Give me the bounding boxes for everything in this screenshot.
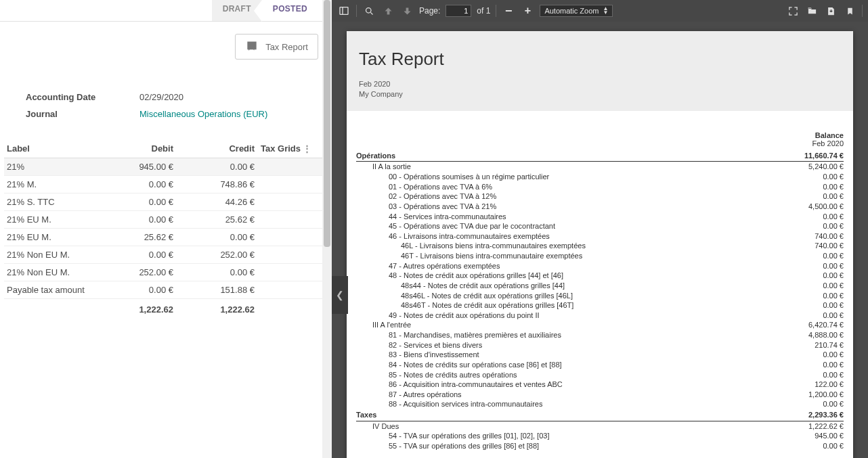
scrollbar-thumb[interactable] <box>324 0 330 247</box>
table-row[interactable]: 21% S. TTC0.00 €44.26 € <box>4 193 328 211</box>
prev-page-icon[interactable] <box>381 4 395 18</box>
report-line: III A l'entrée6,420.74 € <box>356 320 844 330</box>
line-value: 0.00 € <box>817 311 844 321</box>
bookmark-icon[interactable] <box>843 4 856 18</box>
line-label: 44 - Services intra-communautaires <box>389 212 506 222</box>
header-credit[interactable]: Credit <box>173 143 255 154</box>
tax-report-button[interactable]: Tax Report <box>235 34 318 60</box>
zoom-in-icon[interactable]: + <box>521 4 534 18</box>
doc-header: Tax Report Feb 2020 My Company <box>347 31 853 111</box>
report-line: Opérations11,660.74 € <box>356 151 844 162</box>
line-value: 4,888.00 € <box>803 330 844 340</box>
report-line: 54 - TVA sur opérations des grilles [01]… <box>356 431 844 441</box>
cell-debit: 0.00 € <box>92 250 173 260</box>
journal-value[interactable]: Miscellaneous Operations (EUR) <box>139 109 267 119</box>
svg-rect-0 <box>340 7 348 15</box>
balance-period: Feb 2020 <box>347 139 844 147</box>
report-line: 48s44 - Notes de crédit aux opérations g… <box>356 281 844 291</box>
chevron-left-icon: ❮ <box>336 290 344 300</box>
report-line: 82 - Services et biens divers210.74 € <box>356 340 844 350</box>
search-icon[interactable] <box>362 4 376 18</box>
table-row[interactable]: 21% EU M.25.62 €0.00 € <box>4 229 328 246</box>
line-value: 0.00 € <box>817 350 844 360</box>
cell-debit: 0.00 € <box>92 285 173 295</box>
grid-header: Label Debit Credit Tax Grids ⋮ <box>4 139 328 158</box>
table-row[interactable]: 21% EU M.0.00 €25.62 € <box>4 211 328 229</box>
download-icon[interactable] <box>824 4 838 18</box>
table-row[interactable]: 21% Non EU M.252.00 €0.00 € <box>4 264 328 281</box>
zoom-select[interactable]: Automatic Zoom ▲▼ <box>540 5 613 17</box>
line-label: II A la sortie <box>372 162 411 172</box>
line-label: 45 - Opérations avec TVA due par le coco… <box>389 221 555 231</box>
accounting-date-label: Accounting Date <box>26 92 139 102</box>
book-icon <box>245 40 259 53</box>
pdf-panel: Page: of 1 − + Automatic Zoom ▲▼ Tax Rep… <box>332 0 868 458</box>
tab-posted[interactable]: POSTED <box>262 0 318 21</box>
cell-debit: 0.00 € <box>92 179 173 189</box>
cell-taxgrids <box>255 232 302 242</box>
cell-taxgrids <box>255 179 302 189</box>
report-line: 83 - Biens d'investissement0.00 € <box>356 350 844 360</box>
cell-taxgrids <box>255 197 302 207</box>
header-taxgrids[interactable]: Tax Grids <box>255 143 302 154</box>
line-label: 54 - TVA sur opérations des grilles [01]… <box>389 431 549 441</box>
zoom-out-icon[interactable]: − <box>502 4 515 18</box>
report-line: 88 - Acquisition services intra-communau… <box>356 399 844 409</box>
table-row[interactable]: Payable tax amount0.00 €151.88 € <box>4 281 328 299</box>
kebab-icon[interactable]: ⋮ <box>302 143 311 154</box>
total-credit: 1,222.62 <box>173 304 255 315</box>
cell-debit: 945.00 € <box>92 162 173 172</box>
cell-label: 21% Non EU M. <box>4 250 92 260</box>
cell-credit: 151.88 € <box>173 285 255 295</box>
report-line: 55 - TVA sur opérations des grilles [86]… <box>356 441 844 451</box>
total-debit: 1,222.62 <box>92 304 173 315</box>
zoom-value: Automatic Zoom <box>544 7 599 15</box>
accounting-date-value: 02/29/2020 <box>139 92 183 102</box>
report-line: 48s46T - Notes de crédit aux opérations … <box>356 300 844 311</box>
table-row[interactable]: 21% Non EU M.0.00 €252.00 € <box>4 246 328 264</box>
report-line: 84 - Notes de crédits sur opérations cas… <box>356 360 844 370</box>
report-line: II A la sortie5,240.00 € <box>356 162 844 172</box>
cell-label: Payable tax amount <box>4 285 92 295</box>
balance-label: Balance <box>347 131 844 139</box>
line-value: 0.00 € <box>817 291 844 301</box>
tax-report-label: Tax Report <box>265 42 308 52</box>
report-line: 03 - Opérations avec TVA à 21%4,500.00 € <box>356 202 844 212</box>
report-line: 81 - Marchandises, matières premières et… <box>356 330 844 340</box>
pdf-page: Tax Report Feb 2020 My Company Balance F… <box>347 31 853 458</box>
svg-line-3 <box>370 12 372 14</box>
cell-taxgrids <box>255 250 302 260</box>
doc-company: My Company <box>359 89 841 99</box>
cell-label: 21% M. <box>4 179 92 189</box>
line-value: 11,660.74 € <box>799 151 844 161</box>
cell-label: 21% Non EU M. <box>4 267 92 277</box>
line-label: IV Dues <box>372 421 399 432</box>
pdf-viewport[interactable]: Tax Report Feb 2020 My Company Balance F… <box>332 22 868 458</box>
table-row[interactable]: 21%945.00 €0.00 € <box>4 158 328 176</box>
line-label: 46 - Livraisons intra-communautaires exe… <box>389 231 550 242</box>
journal-items-grid: Label Debit Credit Tax Grids ⋮ 21%945.00… <box>0 139 332 325</box>
cell-credit: 44.26 € <box>173 197 255 207</box>
report-line: 01 - Opérations avec TVA à 6%0.00 € <box>356 182 844 192</box>
line-label: 81 - Marchandises, matières premières et… <box>389 330 561 340</box>
pdf-toolbar: Page: of 1 − + Automatic Zoom ▲▼ <box>332 0 868 22</box>
table-row[interactable]: 21% M.0.00 €748.86 € <box>4 176 328 193</box>
line-value: 0.00 € <box>817 251 844 261</box>
fullscreen-icon[interactable] <box>786 4 800 18</box>
scrollbar[interactable] <box>322 0 332 458</box>
chevron-updown-icon: ▲▼ <box>603 7 608 14</box>
line-label: 84 - Notes de crédits sur opérations cas… <box>389 360 562 370</box>
next-page-icon[interactable] <box>400 4 414 18</box>
header-debit[interactable]: Debit <box>92 143 173 154</box>
header-label[interactable]: Label <box>4 143 92 154</box>
page-of: of 1 <box>477 6 490 16</box>
page-input[interactable] <box>446 5 471 17</box>
sidebar-toggle-icon[interactable] <box>337 4 351 18</box>
report-line: 48 - Notes de crédit aux opérations gril… <box>356 271 844 281</box>
collapse-handle[interactable]: ❮ <box>332 276 348 314</box>
cell-label: 21% EU M. <box>4 214 92 225</box>
line-label: 48s46T - Notes de crédit aux opérations … <box>401 300 573 311</box>
line-label: 86 - Acquisition intra-communautaires et… <box>389 380 563 390</box>
open-file-icon[interactable] <box>805 4 819 18</box>
line-value: 0.00 € <box>817 182 844 192</box>
